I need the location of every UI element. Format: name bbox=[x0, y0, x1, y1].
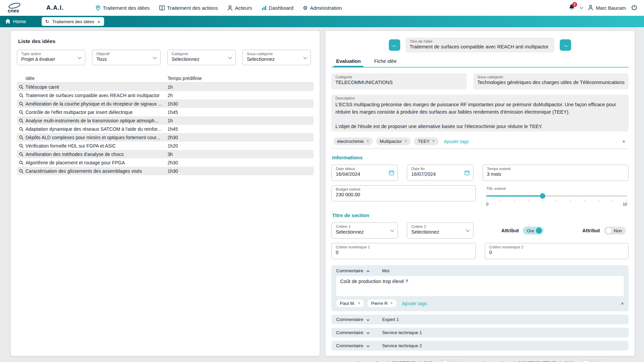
tag-close-icon[interactable]: × bbox=[367, 139, 369, 144]
sous-categorie-field[interactable]: Sous catégorie Technologies génériques d… bbox=[473, 73, 629, 89]
nav-item-acteurs[interactable]: Acteurs bbox=[227, 5, 252, 11]
magnifier-icon[interactable] bbox=[17, 144, 26, 148]
critere-1-select[interactable]: Critère 1 Selectionnez bbox=[331, 223, 398, 239]
clear-tags-icon[interactable]: × bbox=[622, 138, 625, 144]
magnifier-icon[interactable] bbox=[17, 127, 26, 131]
add-tags[interactable]: Ajouter tags bbox=[402, 301, 427, 306]
attribut-toggle-oui[interactable]: Oui bbox=[523, 227, 544, 235]
table-row[interactable]: Traitement de surfaces compatible avec R… bbox=[17, 91, 314, 99]
chevron-up-icon[interactable] bbox=[366, 268, 370, 273]
magnifier-icon[interactable] bbox=[17, 135, 26, 140]
logout-button[interactable] bbox=[631, 4, 637, 12]
table-row[interactable]: Téléscope carré 1h bbox=[17, 83, 314, 91]
table-row[interactable]: Amélioration de la couche physique et du… bbox=[17, 99, 314, 108]
clear-tags-icon[interactable]: × bbox=[621, 300, 624, 306]
nav-item-traitement-actions[interactable]: Traitement des actions bbox=[159, 5, 218, 11]
filter-value: Tous bbox=[96, 56, 151, 62]
date-fin-field[interactable]: Date fin 16/07/2024 bbox=[407, 165, 473, 181]
panel-title: Liste des idées bbox=[18, 38, 314, 44]
attribut-label: Attribut bbox=[501, 228, 519, 233]
section-title-heading: Titre de section bbox=[332, 212, 629, 218]
comment-block-collapsed[interactable]: Commentaire Service technique 2 bbox=[331, 341, 629, 351]
time-cell: 2h bbox=[168, 93, 314, 98]
critere-2-select[interactable]: Critère 2 Selectionnez bbox=[407, 223, 473, 239]
chevron-down-icon[interactable] bbox=[366, 343, 370, 348]
comment-block-collapsed[interactable]: Commentaire Expert 1 bbox=[331, 315, 629, 324]
arrow-left-icon: ← bbox=[392, 42, 398, 49]
filter-objectif[interactable]: Objectif Tous bbox=[92, 50, 160, 65]
table-row[interactable]: Adaptation dynamique des réseaux SATCOM … bbox=[17, 125, 314, 133]
notifications-button[interactable]: 3 bbox=[569, 4, 575, 12]
date-debut-field[interactable]: Date début 16/04/2024 bbox=[331, 165, 398, 181]
magnifier-icon[interactable] bbox=[17, 102, 26, 106]
field-label: TRL estimé bbox=[486, 187, 506, 191]
description-field[interactable]: Description L'ECSS multipacting préconis… bbox=[331, 94, 629, 131]
comment-block-collapsed[interactable]: Commentaire Service technique 1 bbox=[331, 328, 629, 337]
magnifier-icon[interactable] bbox=[17, 93, 26, 98]
tag-chip[interactable]: électrochimie × bbox=[333, 137, 373, 145]
calendar-icon[interactable] bbox=[464, 170, 470, 177]
user-menu[interactable]: Marc Baucam bbox=[588, 5, 626, 11]
close-icon[interactable]: × bbox=[97, 19, 100, 24]
tag-chip[interactable]: Multipactor × bbox=[376, 137, 411, 145]
trl-slider[interactable] bbox=[486, 193, 627, 199]
table-row[interactable]: Caractérisation des glissements des asse… bbox=[17, 167, 314, 175]
attribut-toggle-non[interactable]: Non bbox=[604, 227, 626, 235]
tag-close-icon[interactable]: × bbox=[432, 139, 434, 144]
add-tags[interactable]: Ajouter tags bbox=[444, 139, 469, 144]
idea-title-field[interactable]: Titre de l'idée Traitement de surfaces c… bbox=[406, 38, 554, 52]
magnifier-icon[interactable] bbox=[17, 118, 26, 123]
tag-close-icon[interactable]: × bbox=[405, 139, 407, 144]
magnifier-icon[interactable] bbox=[17, 85, 26, 89]
budget-estime-field[interactable]: Budget estimé 230 000.00 bbox=[331, 185, 476, 201]
filter-sous-categorie[interactable]: Sous-catégorie Selectionnez bbox=[242, 50, 311, 65]
contributeur-toggle[interactable]: Non bbox=[581, 359, 603, 362]
comment-textarea[interactable]: Coût de production trop élevé ? bbox=[336, 276, 624, 296]
porteur-toggle[interactable]: Non bbox=[441, 359, 463, 362]
trl-estime-control: TRL estimé 0 10 bbox=[485, 185, 629, 207]
magnifier-icon[interactable] bbox=[17, 169, 26, 173]
time-cell: 1h30 bbox=[168, 168, 314, 174]
table-row[interactable]: Contrôle de l'effet multipactor par inse… bbox=[17, 108, 314, 116]
tag-chip[interactable]: Paul M. × bbox=[336, 299, 364, 307]
nav-item-dashboard[interactable]: Dashboard bbox=[262, 5, 293, 11]
magnifier-icon[interactable] bbox=[17, 110, 26, 115]
chevron-down-icon[interactable] bbox=[366, 330, 370, 335]
table-row[interactable]: Amélioration des méthodes d'analyse de c… bbox=[17, 150, 314, 158]
chevron-down-icon[interactable] bbox=[580, 6, 583, 9]
chevron-down-icon[interactable] bbox=[366, 317, 370, 322]
table-row[interactable]: Dépôts ALD complexes pour miroirs et opt… bbox=[17, 133, 314, 142]
next-idea-button[interactable]: → bbox=[560, 39, 571, 51]
cnes-logo[interactable]: cnes bbox=[7, 2, 22, 14]
table-row[interactable]: Vérification formelle HDL sur FGPA et AS… bbox=[17, 142, 314, 150]
tab-fiche-idee[interactable]: Fiche idée bbox=[371, 57, 399, 67]
tag-close-icon[interactable]: × bbox=[390, 301, 393, 306]
nav-label: Acteurs bbox=[235, 5, 252, 11]
critere-numerique-1-field[interactable]: Critère numérique 1 0 bbox=[331, 243, 476, 259]
tag-close-icon[interactable]: × bbox=[358, 301, 360, 306]
nav-item-traitement-idees[interactable]: Traitement des idées bbox=[96, 5, 150, 11]
categorie-field[interactable]: Catégorie TELECOMMUNICATIONS bbox=[331, 73, 467, 89]
tab-evaluation[interactable]: Evaluation bbox=[333, 57, 363, 67]
critere-numerique-2-field[interactable]: Critère numérique 2 0 bbox=[485, 243, 629, 259]
trl-knob[interactable] bbox=[540, 193, 545, 199]
table-row[interactable]: Analyse multi-instruments de la transmis… bbox=[17, 116, 314, 125]
description-text: L'ECSS multipacting préconise des marges… bbox=[335, 101, 625, 130]
main-nav: Traitement des idées Traitement des acti… bbox=[96, 5, 342, 11]
chart-icon bbox=[262, 5, 267, 10]
magnifier-icon[interactable] bbox=[17, 160, 26, 165]
nav-item-administration[interactable]: ⚙ Administration bbox=[303, 5, 342, 11]
table-row[interactable]: Algorithme de placement et routage pour … bbox=[17, 158, 314, 167]
tab-traitement-des-idees[interactable]: ↻ Traitement des idées × bbox=[42, 17, 104, 26]
calendar-icon[interactable] bbox=[389, 170, 394, 177]
toggle-knob bbox=[606, 228, 612, 234]
filter-categorie[interactable]: Catégorie Selectionnez bbox=[167, 50, 236, 65]
home-button[interactable]: Home bbox=[5, 19, 26, 25]
previous-idea-button[interactable]: ← bbox=[389, 39, 400, 51]
tag-chip[interactable]: TEEY × bbox=[414, 137, 439, 145]
temps-estime-field[interactable]: Temps estimé 3 mois bbox=[482, 165, 629, 181]
magnifier-icon[interactable] bbox=[17, 152, 26, 157]
filter-type-action[interactable]: Type action Projet à évaluer bbox=[17, 50, 85, 65]
power-icon bbox=[631, 4, 637, 12]
tag-chip[interactable]: Pierre R × bbox=[367, 299, 397, 307]
